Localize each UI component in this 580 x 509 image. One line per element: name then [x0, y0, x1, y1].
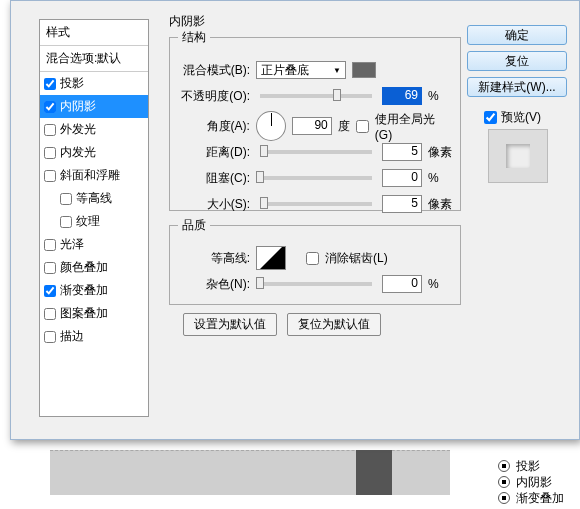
styles-header: 样式 — [40, 20, 148, 46]
style-checkbox[interactable] — [44, 331, 56, 343]
style-checkbox[interactable] — [60, 193, 72, 205]
blend-mode-combo[interactable]: 正片叠底▼ — [256, 61, 346, 79]
global-light-checkbox[interactable] — [356, 120, 369, 133]
noise-input[interactable]: 0 — [382, 275, 422, 293]
distance-input[interactable]: 5 — [382, 143, 422, 161]
preview-swatch — [488, 129, 548, 183]
style-label: 内发光 — [60, 144, 96, 161]
new-style-button[interactable]: 新建样式(W)... — [467, 77, 567, 97]
opacity-label: 不透明度(O): — [178, 88, 250, 105]
choke-input[interactable]: 0 — [382, 169, 422, 187]
style-label: 纹理 — [76, 213, 100, 230]
opacity-slider[interactable] — [260, 94, 372, 98]
antialias-checkbox[interactable] — [306, 252, 319, 265]
make-default-button[interactable]: 设置为默认值 — [183, 313, 277, 336]
style-item-1[interactable]: 内阴影 — [40, 95, 148, 118]
distance-label: 距离(D): — [178, 144, 250, 161]
cancel-button[interactable]: 复位 — [467, 51, 567, 71]
reset-default-button[interactable]: 复位为默认值 — [287, 313, 381, 336]
style-item-11[interactable]: 描边 — [40, 325, 148, 348]
style-item-5[interactable]: 等高线 — [40, 187, 148, 210]
eye-icon — [498, 476, 510, 488]
noise-label: 杂色(N): — [178, 276, 250, 293]
structure-group: 结构 混合模式(B): 正片叠底▼ 不透明度(O): 69 % 角度(A): 9… — [169, 29, 461, 211]
size-label: 大小(S): — [178, 196, 250, 213]
angle-dial[interactable] — [256, 111, 286, 141]
style-label: 投影 — [60, 75, 84, 92]
style-checkbox[interactable] — [60, 216, 72, 228]
quality-group: 品质 等高线: 消除锯齿(L) 杂色(N): 0 % — [169, 217, 461, 305]
style-checkbox[interactable] — [44, 308, 56, 320]
style-label: 颜色叠加 — [60, 259, 108, 276]
contour-label: 等高线: — [178, 250, 250, 267]
style-checkbox[interactable] — [44, 239, 56, 251]
style-checkbox[interactable] — [44, 170, 56, 182]
angle-label: 角度(A): — [178, 118, 250, 135]
eye-icon — [498, 460, 510, 472]
angle-input[interactable]: 90 — [292, 117, 332, 135]
opacity-input[interactable]: 69 — [382, 87, 422, 105]
style-checkbox[interactable] — [44, 124, 56, 136]
style-item-9[interactable]: 渐变叠加 — [40, 279, 148, 302]
choke-slider[interactable] — [260, 176, 372, 180]
style-item-10[interactable]: 图案叠加 — [40, 302, 148, 325]
section-title: 内阴影 — [169, 13, 205, 30]
color-swatch[interactable] — [352, 62, 376, 78]
style-checkbox[interactable] — [44, 101, 56, 113]
style-item-3[interactable]: 内发光 — [40, 141, 148, 164]
style-item-0[interactable]: 投影 — [40, 72, 148, 95]
style-label: 描边 — [60, 328, 84, 345]
layer-style-dialog: 样式 混合选项:默认 投影内阴影外发光内发光斜面和浮雕等高线纹理光泽颜色叠加渐变… — [10, 0, 580, 440]
style-item-6[interactable]: 纹理 — [40, 210, 148, 233]
blend-mode-label: 混合模式(B): — [178, 62, 250, 79]
style-label: 等高线 — [76, 190, 112, 207]
style-item-4[interactable]: 斜面和浮雕 — [40, 164, 148, 187]
style-checkbox[interactable] — [44, 78, 56, 90]
choke-label: 阻塞(C): — [178, 170, 250, 187]
eye-icon — [498, 492, 510, 504]
style-label: 图案叠加 — [60, 305, 108, 322]
bg-layer-peek: 投影 内阴影 渐变叠加 — [498, 458, 564, 506]
style-label: 斜面和浮雕 — [60, 167, 120, 184]
size-input[interactable]: 5 — [382, 195, 422, 213]
style-checkbox[interactable] — [44, 262, 56, 274]
chevron-down-icon: ▼ — [333, 66, 341, 75]
style-label: 内阴影 — [60, 98, 96, 115]
style-checkbox[interactable] — [44, 147, 56, 159]
styles-panel: 样式 混合选项:默认 投影内阴影外发光内发光斜面和浮雕等高线纹理光泽颜色叠加渐变… — [39, 19, 149, 417]
style-label: 光泽 — [60, 236, 84, 253]
style-item-7[interactable]: 光泽 — [40, 233, 148, 256]
size-slider[interactable] — [260, 202, 372, 206]
style-item-2[interactable]: 外发光 — [40, 118, 148, 141]
style-checkbox[interactable] — [44, 285, 56, 297]
blend-options-item[interactable]: 混合选项:默认 — [40, 46, 148, 72]
ok-button[interactable]: 确定 — [467, 25, 567, 45]
contour-picker[interactable] — [256, 246, 286, 270]
noise-slider[interactable] — [260, 282, 372, 286]
style-label: 外发光 — [60, 121, 96, 138]
preview-checkbox[interactable] — [484, 111, 497, 124]
style-label: 渐变叠加 — [60, 282, 108, 299]
style-item-8[interactable]: 颜色叠加 — [40, 256, 148, 279]
distance-slider[interactable] — [260, 150, 372, 154]
